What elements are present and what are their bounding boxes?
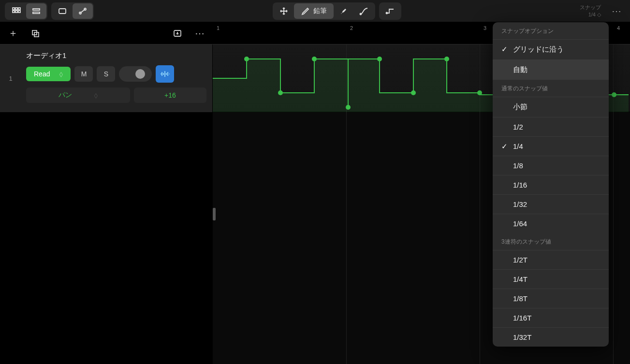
svg-point-23	[444, 57, 449, 61]
download-icon	[173, 29, 182, 38]
ruler-mark: 1	[217, 25, 220, 31]
snap-option-1-16t[interactable]: 1/16T	[493, 308, 609, 327]
snap-indicator[interactable]: スナップ 1/4 ◇	[580, 4, 601, 18]
svg-rect-7	[33, 12, 40, 14]
automation-icon	[78, 6, 88, 16]
move-icon	[279, 6, 289, 16]
svg-point-18	[278, 90, 283, 95]
svg-point-25	[612, 92, 616, 97]
ellipsis-icon: ⋯	[612, 6, 621, 16]
svg-point-20	[346, 105, 351, 110]
snap-option-1-32[interactable]: 1/32	[493, 194, 609, 214]
pencil-icon	[301, 6, 310, 16]
svg-point-24	[477, 90, 482, 95]
svg-point-22	[411, 90, 416, 95]
view-list-button[interactable]	[26, 3, 46, 19]
step-icon	[385, 6, 395, 16]
snap-option-grid[interactable]: グリッドに沿う	[493, 39, 609, 59]
import-button[interactable]	[168, 25, 187, 42]
automation-mode-button[interactable]: Read	[26, 67, 71, 81]
automation-param-select[interactable]: パン	[26, 87, 130, 103]
duplicate-icon	[30, 29, 40, 38]
curve-icon	[359, 6, 369, 16]
mute-button[interactable]: M	[74, 66, 93, 82]
toolbar-more-button[interactable]: ⋯	[608, 3, 625, 19]
plus-icon: ＋	[8, 27, 18, 40]
svg-rect-2	[18, 8, 20, 10]
line-tool-button[interactable]	[380, 3, 400, 19]
ellipsis-icon: ⋯	[195, 28, 205, 39]
svg-point-21	[377, 57, 382, 61]
snap-menu-header: スナップオプション	[493, 22, 609, 39]
snap-option-1-16[interactable]: 1/16	[493, 175, 609, 194]
svg-rect-8	[59, 9, 66, 14]
view-grid-button[interactable]	[6, 3, 26, 19]
track-number: 1	[0, 44, 21, 112]
region-view-button[interactable]	[52, 3, 73, 19]
solo-button[interactable]: S	[97, 66, 115, 82]
param-name-label: パン	[59, 91, 72, 100]
snap-option-auto[interactable]: 自動	[493, 59, 609, 80]
snap-option-1-8t[interactable]: 1/8T	[493, 289, 609, 308]
view-mode-group	[5, 2, 47, 20]
pencil-tool-button[interactable]: 鉛筆	[294, 3, 334, 19]
snap-menu-header: 通常のスナップ値	[493, 80, 609, 97]
ruler-mark: 2	[350, 25, 353, 31]
brush-icon	[339, 6, 349, 16]
snap-option-1-8[interactable]: 1/8	[493, 156, 609, 175]
ruler-mark: 3	[483, 25, 486, 31]
brush-tool-button[interactable]	[334, 3, 354, 19]
track-header: 1 オーディオ1 Read M S パン +16	[0, 44, 213, 112]
top-toolbar: 鉛筆 スナップ 1/4 ◇ ⋯	[0, 0, 630, 22]
pencil-label: 鉛筆	[313, 7, 327, 15]
snap-label: スナップ	[580, 4, 601, 11]
svg-rect-1	[15, 8, 17, 10]
snap-option-bar[interactable]: 小節	[493, 97, 609, 117]
snap-option-1-4t[interactable]: 1/4T	[493, 269, 609, 289]
svg-rect-5	[18, 11, 20, 13]
snap-option-1-4[interactable]: 1/4	[493, 136, 609, 156]
curve-tool-button[interactable]	[354, 3, 374, 19]
svg-rect-4	[15, 11, 17, 13]
ruler-mark: 4	[617, 25, 620, 31]
svg-point-12	[386, 12, 387, 14]
snap-option-1-32t[interactable]: 1/32T	[493, 327, 609, 347]
track-header-tools: ＋ ⋯	[0, 22, 213, 44]
automation-mode-label: Read	[34, 70, 50, 78]
playhead-marker[interactable]	[213, 208, 216, 220]
track-more-button[interactable]: ⋯	[190, 25, 209, 42]
list-icon	[31, 6, 41, 16]
svg-rect-6	[33, 9, 40, 10]
duplicate-track-button[interactable]	[26, 25, 44, 42]
svg-rect-3	[13, 11, 15, 13]
grid-icon	[11, 6, 21, 16]
display-mode-group	[51, 2, 94, 20]
svg-point-11	[360, 13, 361, 15]
svg-rect-0	[13, 8, 15, 10]
move-tool-button[interactable]	[274, 3, 294, 19]
track-icon-button[interactable]	[156, 65, 174, 83]
svg-point-17	[244, 57, 249, 61]
region-icon	[58, 6, 67, 16]
snap-option-1-2[interactable]: 1/2	[493, 117, 609, 136]
pointer-tool-group: 鉛筆	[273, 2, 375, 20]
snap-menu-popover: スナップオプション グリッドに沿う 自動 通常のスナップ値 小節 1/2 1/4…	[493, 22, 609, 347]
automation-value-display[interactable]: +16	[134, 87, 206, 103]
snap-menu-header: 3連符のスナップ値	[493, 233, 609, 250]
snap-value: 1/4	[588, 12, 596, 17]
track-name-label[interactable]: オーディオ1	[26, 51, 206, 60]
line-tool-group	[379, 2, 401, 20]
snap-option-1-2t[interactable]: 1/2T	[493, 250, 609, 269]
waveform-icon	[160, 70, 170, 78]
add-track-button[interactable]: ＋	[4, 25, 22, 42]
snap-option-1-64[interactable]: 1/64	[493, 214, 609, 233]
automation-view-button[interactable]	[73, 3, 93, 19]
svg-point-19	[312, 57, 317, 61]
pan-slider[interactable]	[119, 66, 152, 82]
